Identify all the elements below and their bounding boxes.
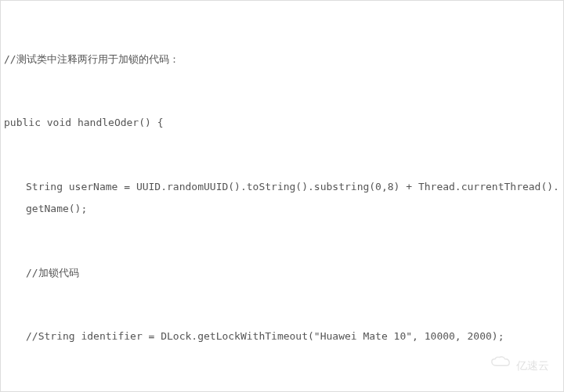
code-block: //测试类中注释两行用于加锁的代码： public void handleOde… [4, 5, 560, 392]
cloud-icon [490, 354, 512, 377]
watermark: 亿速云 [490, 354, 549, 377]
code-line: public void handleOder() { [4, 112, 560, 133]
code-line: String userName = UUID.randomUUID().toSt… [4, 176, 560, 219]
code-line: //加锁代码 [4, 262, 560, 283]
watermark-text: 亿速云 [516, 354, 549, 377]
code-line: //String identifier = DLock.getLockWithT… [4, 325, 560, 347]
code-line: //测试类中注释两行用于加锁的代码： [4, 49, 560, 70]
